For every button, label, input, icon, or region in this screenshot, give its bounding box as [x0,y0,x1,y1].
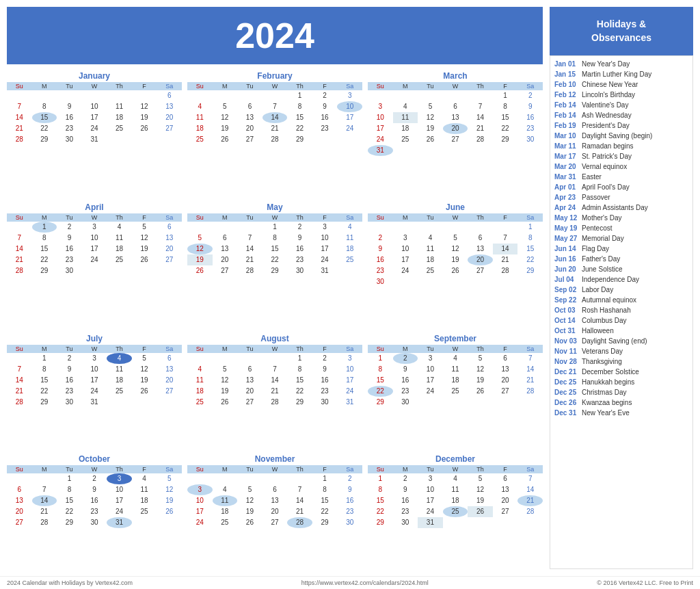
calendar-day [368,222,393,233]
calendar-day: 23 [57,123,82,134]
holiday-item: Nov 11Veterans Day [554,346,688,356]
calendar-day [213,353,238,364]
calendar-day: 11 [213,495,238,506]
holiday-name: June Solstice [582,264,622,274]
calendar-day [262,353,288,364]
calendar-day [368,90,393,101]
calendar-day: 3 [368,101,393,112]
calendar-day [132,265,157,276]
calendar-day: 22 [312,506,338,517]
calendar-day: 16 [57,375,82,386]
calendar-day [493,145,518,156]
calendar-day: 3 [187,484,213,495]
calendar-day: 13 [213,244,238,254]
calendar-day: 24 [418,386,443,397]
holiday-date: Sep 22 [554,295,579,305]
calendar-day: 29 [287,397,312,408]
calendar-day: 6 [443,101,468,112]
holiday-item: Feb 12Lincoln's Birthday [554,90,688,100]
holiday-name: Pentecost [582,223,612,233]
calendar-day [187,90,213,101]
calendar-day: 26 [418,134,443,145]
calendar-day: 20 [262,506,288,517]
calendar-day: 14 [493,244,518,254]
calendar-day: 22 [32,254,57,265]
calendar-day [287,473,312,484]
holiday-date: Feb 14 [554,110,579,120]
calendar-day: 6 [237,364,262,375]
calendar-day: 28 [287,517,312,528]
calendar-day: 19 [468,375,493,386]
calendar-day: 21 [517,495,543,506]
holiday-item: Jun 16Father's Day [554,254,688,264]
calendar-day: 7 [262,101,288,112]
month-november: NovemberSuMTuWThFSa123456789101112131415… [187,454,362,569]
calendar-day [7,222,32,233]
calendar-day: 14 [517,484,543,495]
calendar-day: 4 [443,473,468,484]
calendar-day: 1 [312,473,338,484]
calendar-day: 19 [468,495,493,506]
calendar-day: 18 [418,254,443,265]
calendar-day: 27 [237,134,262,145]
calendar-day: 2 [337,473,362,484]
calendar-day: 1 [262,222,288,233]
holiday-date: Mar 17 [554,151,579,161]
calendar-day: 30 [312,397,338,408]
holiday-item: Mar 10Daylight Saving (begin) [554,131,688,141]
calendar-day: 8 [32,233,57,244]
calendar-day: 10 [82,364,107,375]
holiday-item: Feb 14Ash Wednesday [554,110,688,120]
calendar-day: 25 [337,254,362,265]
calendar-day [32,473,57,484]
calendar-day: 29 [517,265,543,276]
calendar-day [393,222,418,233]
calendar-day: 25 [107,123,132,134]
calendar-day: 15 [32,244,57,254]
calendar-day: 27 [493,386,518,397]
calendar-day: 19 [132,244,157,254]
holiday-item: Apr 24Admin Assistants Day [554,202,688,213]
calendar-day: 27 [157,386,182,397]
calendar-day: 15 [32,112,57,123]
holiday-name: Easter [582,172,602,182]
calendar-day: 2 [312,353,338,364]
calendar-day: 5 [187,233,213,244]
calendar-day [418,397,443,408]
holiday-date: Sep 02 [554,285,579,295]
calendar-day: 13 [237,112,262,123]
calendar-day: 9 [312,364,338,375]
calendar-day: 1 [287,353,312,364]
calendar-day: 10 [393,244,418,254]
holiday-name: Columbus Day [582,315,627,326]
calendar-day: 18 [393,123,418,134]
calendar-day: 24 [107,506,132,517]
calendar-day: 28 [517,506,543,517]
holiday-name: St. Patrick's Day [582,151,632,161]
calendar-day: 31 [337,397,362,408]
holiday-date: Mar 11 [554,141,579,151]
calendar-day: 7 [493,233,518,244]
calendar-day: 25 [393,134,418,145]
calendar-day: 14 [32,495,57,506]
calendar-day: 18 [443,375,468,386]
calendar-day: 17 [337,375,362,386]
calendar-day: 9 [82,484,107,495]
calendar-day [107,134,132,145]
calendar-day: 1 [493,90,518,101]
month-october: OctoberSuMTuWThFSa1234567891011121314151… [7,454,182,569]
calendar-day: 28 [493,265,518,276]
calendar-day: 18 [213,506,238,517]
calendar-day: 28 [237,265,262,276]
calendar-day [493,397,518,408]
calendar-day [157,397,182,408]
calendar-day: 18 [443,495,468,506]
holiday-item: May 12Mother's Day [554,213,688,223]
holiday-item: Apr 23Passover [554,192,688,202]
calendar-day: 7 [517,473,543,484]
calendar-day: 2 [368,233,393,244]
calendar-day: 10 [337,364,362,375]
month-name-november: November [187,454,362,464]
calendar-day: 23 [57,254,82,265]
calendar-day: 21 [7,254,32,265]
